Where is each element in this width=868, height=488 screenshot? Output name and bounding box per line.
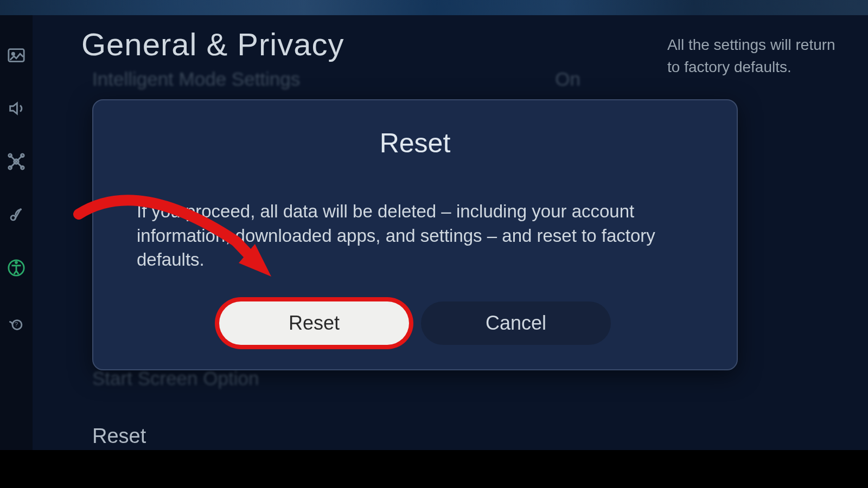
- reset-dialog: Reset If you proceed, all data will be d…: [92, 99, 738, 370]
- dialog-button-row: Reset Cancel: [93, 301, 737, 345]
- start-screen-row-label: Start Screen Option: [92, 368, 259, 389]
- reset-menu-row-label[interactable]: Reset: [92, 425, 146, 448]
- dialog-title: Reset: [93, 127, 737, 159]
- intelligent-mode-row-label: Intelligent Mode Settings: [92, 68, 300, 90]
- accessibility-icon[interactable]: [6, 258, 27, 278]
- svg-point-8: [15, 261, 18, 264]
- cancel-button[interactable]: Cancel: [421, 301, 611, 345]
- letterbox-bottom: [0, 450, 868, 488]
- intelligent-mode-row-value: On: [555, 68, 580, 90]
- support-icon[interactable]: ?: [6, 311, 27, 331]
- picture-icon[interactable]: [6, 45, 27, 66]
- connection-icon[interactable]: [6, 151, 27, 172]
- wallpaper-strip: [0, 0, 868, 15]
- settings-sidebar: ?: [0, 15, 33, 450]
- broadcast-icon[interactable]: [6, 204, 27, 225]
- svg-text:?: ?: [15, 321, 18, 328]
- main-content: General & Privacy Intelligent Mode Setti…: [33, 15, 868, 450]
- setting-description: All the settings will return to factory …: [667, 34, 852, 78]
- dialog-body-text: If you proceed, all data will be deleted…: [137, 200, 693, 272]
- sound-icon[interactable]: [6, 98, 27, 119]
- reset-button[interactable]: Reset: [219, 301, 409, 345]
- svg-point-1: [12, 53, 14, 55]
- page-title: General & Privacy: [81, 26, 344, 62]
